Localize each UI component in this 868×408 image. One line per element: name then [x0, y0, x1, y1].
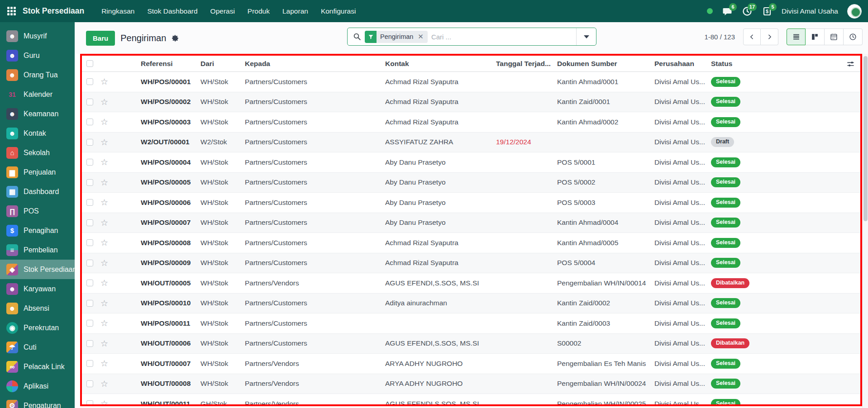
row-checkbox[interactable]: [86, 340, 93, 347]
nav-menu-stok-dashboard[interactable]: Stok Dashboard: [141, 0, 204, 22]
table-row[interactable]: ☆WH/POS/00011WH/StokPartners/CustomersKa…: [82, 313, 860, 334]
favorite-star-icon[interactable]: ☆: [99, 399, 108, 406]
favorite-star-icon[interactable]: ☆: [99, 379, 108, 389]
favorite-star-icon[interactable]: ☆: [99, 359, 108, 368]
pager-next-button[interactable]: [761, 28, 778, 45]
sidebar-item-sekolah[interactable]: ⌂Sekolah: [0, 143, 75, 162]
new-record-button[interactable]: Baru: [86, 31, 115, 46]
sidebar-item-stok-persediaan[interactable]: ◆Stok Persediaan: [0, 260, 75, 279]
row-checkbox[interactable]: [86, 260, 93, 266]
row-checkbox[interactable]: [86, 219, 93, 226]
favorite-star-icon[interactable]: ☆: [99, 339, 108, 348]
sidebar-item-guru[interactable]: ☻Guru: [0, 46, 75, 65]
user-menu[interactable]: Divisi Amal Usaha: [782, 7, 838, 15]
sidebar-item-keamanan[interactable]: ☻Keamanan: [0, 104, 75, 123]
table-row[interactable]: ☆WH/POS/00009WH/StokPartners/CustomersAc…: [82, 253, 860, 274]
favorite-star-icon[interactable]: ☆: [99, 318, 108, 328]
favorite-star-icon[interactable]: ☆: [99, 117, 108, 127]
row-checkbox[interactable]: [86, 280, 93, 286]
activities-icon[interactable]: 17: [742, 6, 753, 17]
row-checkbox[interactable]: [86, 139, 93, 146]
nav-menu-ringkasan[interactable]: Ringkasan: [95, 0, 141, 22]
sidebar-item-kalender[interactable]: 31Kalender: [0, 85, 75, 104]
sidebar-item-kontak[interactable]: ☻Kontak: [0, 123, 75, 143]
nav-menu-konfigurasi[interactable]: Konfigurasi: [315, 0, 362, 22]
favorite-star-icon[interactable]: ☆: [99, 258, 108, 268]
sidebar-item-pos[interactable]: ∏POS: [0, 201, 75, 221]
view-switch-kanban[interactable]: [806, 28, 825, 45]
scrollbar-thumb[interactable]: [863, 56, 868, 221]
row-checkbox[interactable]: [86, 320, 93, 327]
sidebar-item-aplikasi[interactable]: Aplikasi: [0, 376, 75, 396]
column-header-referensi[interactable]: Referensi: [141, 60, 200, 68]
vertical-scrollbar[interactable]: [862, 54, 868, 408]
sidebar-item-pengaturan[interactable]: ⚙Pengaturan: [0, 396, 75, 408]
row-checkbox[interactable]: [86, 159, 93, 166]
row-checkbox[interactable]: [86, 199, 93, 206]
row-checkbox[interactable]: [86, 300, 93, 307]
column-header-kontak[interactable]: Kontak: [385, 60, 496, 68]
table-row[interactable]: ☆WH/POS/00006WH/StokPartners/CustomersAb…: [82, 193, 860, 213]
sidebar-item-perekrutan[interactable]: ◉Perekrutan: [0, 318, 75, 337]
sidebar-item-pelacak-link[interactable]: ∞Pelacak Link: [0, 357, 75, 376]
column-header-kepada[interactable]: Kepada: [245, 60, 385, 68]
sidebar-item-penagihan[interactable]: $Penagihan: [0, 221, 75, 240]
favorite-star-icon[interactable]: ☆: [99, 278, 108, 288]
table-row[interactable]: ☆WH/OUT/00007WH/StokPartners/VendorsARYA…: [82, 354, 860, 374]
app-name[interactable]: Stok Persediaan: [23, 6, 84, 16]
table-row[interactable]: ☆WH/POS/00005WH/StokPartners/CustomersAb…: [82, 173, 860, 193]
favorite-star-icon[interactable]: ☆: [99, 198, 108, 207]
search-bar[interactable]: Pengiriman ✕: [347, 28, 596, 46]
table-row[interactable]: ☆WH/OUT/00005WH/StokPartners/VendorsAGUS…: [82, 273, 860, 294]
sidebar-item-pembelian[interactable]: ≡Pembelian: [0, 240, 75, 260]
table-row[interactable]: ☆WH/POS/00002WH/StokPartners/CustomersAc…: [82, 92, 860, 113]
table-row[interactable]: ☆WH/POS/00007WH/StokPartners/CustomersAb…: [82, 213, 860, 233]
table-row[interactable]: ☆WH/POS/00004WH/StokPartners/CustomersAb…: [82, 152, 860, 173]
row-checkbox[interactable]: [86, 99, 93, 105]
sidebar-item-dashboard[interactable]: ▦Dashboard: [0, 182, 75, 201]
favorite-star-icon[interactable]: ☆: [99, 238, 108, 247]
messages-icon[interactable]: 6: [722, 6, 733, 17]
favorite-star-icon[interactable]: ☆: [99, 157, 108, 167]
header-select-all[interactable]: [82, 60, 99, 67]
sidebar-item-penjualan[interactable]: ▆Penjualan: [0, 162, 75, 182]
row-checkbox[interactable]: [86, 380, 93, 387]
favorite-star-icon[interactable]: ☆: [99, 218, 108, 228]
search-dropdown-toggle[interactable]: [576, 28, 596, 45]
sidebar-item-orang-tua[interactable]: ☻Orang Tua: [0, 65, 75, 85]
table-row[interactable]: ☆WH/POS/00008WH/StokPartners/CustomersAc…: [82, 233, 860, 253]
search-input[interactable]: [431, 33, 576, 41]
table-row[interactable]: ☆WH/OUT/00011GH/StokPartners/VendorsAGUS…: [82, 394, 860, 406]
row-checkbox[interactable]: [86, 239, 93, 246]
adjust-columns-icon[interactable]: [846, 60, 855, 70]
table-row[interactable]: ☆WH/POS/00001WH/StokPartners/CustomersAc…: [82, 72, 860, 92]
view-switch-list[interactable]: [787, 28, 806, 45]
row-checkbox[interactable]: [86, 78, 93, 85]
column-header-dari[interactable]: Dari: [200, 60, 245, 68]
favorite-star-icon[interactable]: ☆: [99, 178, 108, 187]
nav-menu-operasi[interactable]: Operasi: [204, 0, 241, 22]
user-avatar[interactable]: [847, 4, 862, 19]
column-header-tanggal[interactable]: Tanggal Terjad...: [496, 60, 557, 68]
nav-menu-produk[interactable]: Produk: [241, 0, 276, 22]
sidebar-item-musyrif[interactable]: ☻Musyrif: [0, 26, 75, 46]
pager-previous-button[interactable]: [743, 28, 761, 45]
table-row[interactable]: ☆WH/OUT/00006WH/StokPartners/CustomersAG…: [82, 334, 860, 354]
table-row[interactable]: ☆WH/POS/00003WH/StokPartners/CustomersAc…: [82, 112, 860, 133]
sidebar-item-karyawan[interactable]: ☻Karyawan: [0, 279, 75, 299]
favorite-star-icon[interactable]: ☆: [99, 77, 108, 86]
sidebar-item-absensi[interactable]: ☻Absensi: [0, 299, 75, 318]
column-header-status[interactable]: Status: [711, 60, 860, 68]
view-switch-calendar[interactable]: [825, 28, 844, 45]
column-header-dokumen[interactable]: Dokumen Sumber: [557, 60, 654, 68]
column-header-perusahaan[interactable]: Perusahaan: [654, 60, 711, 68]
apps-grid-icon[interactable]: [7, 7, 16, 16]
row-checkbox[interactable]: [86, 119, 93, 125]
favorite-star-icon[interactable]: ☆: [99, 299, 108, 308]
row-checkbox[interactable]: [86, 400, 93, 406]
table-row[interactable]: ☆WH/POS/00010WH/StokPartners/CustomersAd…: [82, 294, 860, 314]
sidebar-item-cuti[interactable]: ☂Cuti: [0, 337, 75, 357]
favorite-star-icon[interactable]: ☆: [99, 97, 108, 107]
row-checkbox[interactable]: [86, 360, 93, 367]
table-row[interactable]: ☆W2/OUT/00001W2/StokPartners/CustomersAS…: [82, 133, 860, 153]
